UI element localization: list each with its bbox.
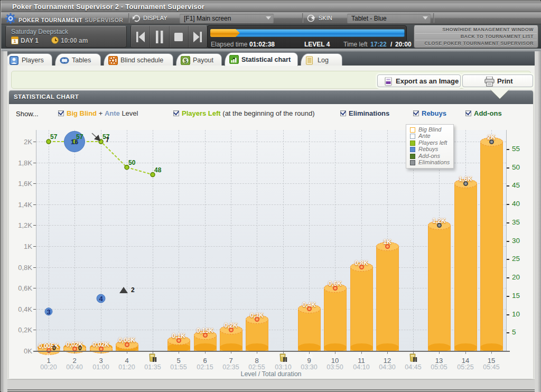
tab-tables[interactable]: Tables bbox=[55, 53, 101, 66]
x-duration-label: 05:45 bbox=[483, 363, 499, 371]
time-left-separator: / bbox=[390, 41, 392, 48]
skip-back-button[interactable] bbox=[131, 26, 150, 48]
legend-item: Eliminations bbox=[406, 160, 453, 166]
tab-blind-schedule[interactable]: Blind schedule bbox=[104, 53, 173, 66]
tab-label: Players bbox=[22, 57, 44, 64]
x-duration-label: 03:50 bbox=[327, 363, 343, 371]
show-label-part: Eliminations bbox=[349, 109, 389, 117]
skip-forward-button[interactable] bbox=[189, 26, 207, 48]
print-button[interactable]: Print bbox=[462, 74, 533, 87]
legend-label: Ante bbox=[418, 133, 431, 139]
window-frame-right bbox=[535, 51, 541, 392]
header-notch bbox=[490, 89, 510, 99]
show-label-part: + bbox=[97, 109, 105, 117]
statistical-chart-icon bbox=[229, 55, 238, 64]
break-icon bbox=[148, 353, 157, 365]
legend-swatch bbox=[410, 127, 415, 133]
show-label-part: Level bbox=[120, 109, 138, 117]
x-duration-label: 02:35 bbox=[222, 363, 239, 371]
brand: POKER TOURNAMENT SUPERVISOR bbox=[18, 15, 123, 24]
show-eliminations-checkbox[interactable] bbox=[340, 110, 346, 116]
level-label: LEVEL 4 bbox=[304, 41, 330, 48]
show-players-left-checkbox[interactable] bbox=[173, 110, 179, 116]
tab-statistical-chart[interactable]: Statistical chart bbox=[225, 52, 298, 66]
tables-icon bbox=[60, 56, 69, 65]
x-axis-title: Level / Total duration bbox=[240, 370, 301, 378]
toolbar-separator bbox=[433, 13, 434, 23]
chart-body: 0K0,2K0,4K0,6K0,8K1K1,2K1,4K1,6K1,8K2K51… bbox=[9, 123, 533, 379]
x-duration-label: 04:30 bbox=[379, 363, 395, 371]
elapsed-time-value: 01:02:38 bbox=[249, 41, 275, 48]
show-addons-checkbox[interactable] bbox=[465, 110, 471, 116]
back-to-tournament-list-button[interactable]: BACK TO TOURNAMENT LIST bbox=[415, 33, 537, 40]
management-buttons-panel: SHOW/HIDE MANAGEMENT WINDOWBACK TO TOURN… bbox=[414, 25, 538, 48]
players-icon bbox=[10, 56, 18, 65]
players-left-value-label: 48 bbox=[154, 166, 161, 174]
display-screen-select[interactable]: [F1] Main screen bbox=[180, 14, 274, 23]
x-duration-label: 01:55 bbox=[170, 363, 186, 371]
window-title: Poker Tournament Supervisor 2 - Tourname… bbox=[12, 3, 204, 11]
legend-swatch bbox=[410, 160, 415, 165]
legend-label: Players left bbox=[418, 139, 447, 146]
tab-payout[interactable]: $Payout bbox=[176, 53, 222, 66]
show-label-part: (at the beginning of the round) bbox=[221, 109, 315, 117]
legend-label: Add-ons bbox=[418, 153, 440, 159]
show-label-part: Players Left bbox=[182, 109, 221, 117]
x-duration-label: 00:20 bbox=[40, 363, 57, 371]
start-time: 10:00 am bbox=[61, 37, 88, 44]
time-left-value: 17:22 bbox=[370, 41, 387, 48]
show-players-left-label: Players Left (at the beginning of the ro… bbox=[182, 109, 315, 117]
x-duration-label: 05:25 bbox=[457, 363, 473, 371]
rebuys-value-label: 3 bbox=[46, 307, 50, 315]
tab-players[interactable]: Players bbox=[5, 53, 52, 66]
playback-panel bbox=[130, 25, 208, 48]
display-screen-value: [F1] Main screen bbox=[184, 15, 231, 22]
content-inner: Export as an Image Print STATISTICAL CHA… bbox=[8, 66, 534, 381]
show-hide-management-button[interactable]: SHOW/HIDE MANAGEMENT WINDOW bbox=[415, 26, 537, 33]
players-left-value-label: 57 bbox=[50, 133, 57, 141]
statistical-chart-panel: STATISTICAL CHART Show... Big Blind + An… bbox=[9, 90, 533, 379]
display-icon bbox=[132, 14, 141, 22]
tab-label: Log bbox=[318, 57, 329, 64]
skin-label: SKIN bbox=[319, 15, 332, 21]
rebuys-value-label: 4 bbox=[99, 295, 102, 303]
app-window: Poker Tournament Supervisor 2 - Tourname… bbox=[0, 0, 541, 392]
tournament-name: Saturday Deepstack bbox=[11, 28, 68, 35]
eliminations-triangle bbox=[119, 287, 128, 293]
x-duration-label: 03:30 bbox=[301, 363, 317, 371]
close-supervisor-button[interactable]: CLOSE POKER TOURNAMENT SUPERVISOR bbox=[415, 40, 537, 46]
skin-select[interactable]: Tablet - Blue bbox=[347, 14, 431, 23]
chevron-down-icon bbox=[423, 16, 428, 20]
main-toolbar: POKER TOURNAMENT SUPERVISOR DISPLAY [F1]… bbox=[1, 12, 541, 24]
payout-icon: $ bbox=[181, 56, 190, 65]
print-label: Print bbox=[497, 77, 513, 85]
x-duration-label: 05:05 bbox=[431, 363, 447, 371]
tournament-info-panel: Saturday Deepstack 1 DAY 1 10:00 am bbox=[5, 26, 127, 48]
x-duration-label: 04:45 bbox=[405, 363, 421, 371]
show-rebuys-label: Rebuys bbox=[422, 109, 446, 117]
pause-button[interactable] bbox=[150, 26, 169, 48]
window-frame-bottom bbox=[1, 379, 541, 391]
export-image-label: Export as an Image bbox=[396, 77, 459, 85]
x-duration-label: 04:10 bbox=[353, 363, 369, 371]
level-duration-value: 20:00 bbox=[395, 41, 412, 48]
elapsed-time-label: Elapsed time bbox=[211, 41, 247, 48]
show-rebuys-checkbox[interactable] bbox=[413, 110, 419, 116]
eliminations-value-label: 2 bbox=[131, 286, 135, 294]
export-image-button[interactable]: Export as an Image bbox=[377, 74, 461, 87]
brand-sub: SUPERVISOR bbox=[85, 17, 124, 23]
x-axis-line bbox=[33, 351, 510, 352]
legend-label: Big Blind bbox=[418, 126, 441, 133]
show-label-part: Add-ons bbox=[474, 109, 502, 117]
chart-overlay bbox=[9, 123, 533, 379]
show-eliminations-label: Eliminations bbox=[349, 109, 389, 117]
app-logo-gear-icon bbox=[5, 13, 16, 24]
players-left-line bbox=[49, 142, 153, 175]
show-label-part: Big Blind bbox=[67, 109, 97, 117]
x-duration-label: 01:00 bbox=[92, 363, 109, 371]
x-duration-label: 00:40 bbox=[66, 363, 82, 371]
show-big-blind-ante-checkbox[interactable] bbox=[58, 110, 64, 116]
title-bar: Poker Tournament Supervisor 2 - Tourname… bbox=[1, 1, 541, 12]
tab-log[interactable]: Log bbox=[301, 53, 342, 66]
stop-button[interactable] bbox=[170, 26, 189, 48]
